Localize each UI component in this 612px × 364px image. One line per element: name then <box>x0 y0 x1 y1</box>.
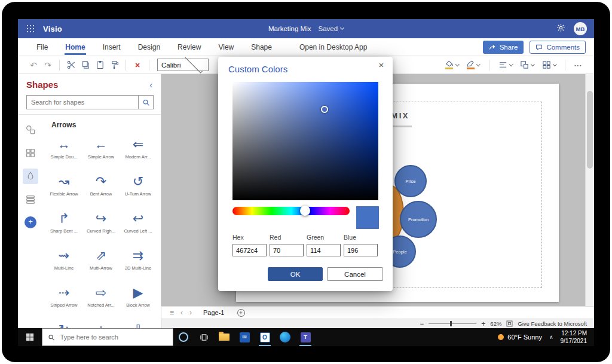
stencil-stack-icon[interactable] <box>23 192 38 207</box>
arrow-shape-icon: ← <box>94 135 108 154</box>
titlebar-right: MB <box>556 19 587 38</box>
app-launcher-icon[interactable] <box>18 19 43 38</box>
fill-color-button[interactable] <box>442 59 462 71</box>
zoom-in-icon[interactable]: + <box>481 320 485 328</box>
shape-item[interactable]: ↱Sharp Bent ... <box>45 207 82 244</box>
ribbon-overflow-button[interactable]: ⋯ <box>571 60 585 70</box>
hex-input[interactable] <box>232 244 267 256</box>
cancel-button[interactable]: Cancel <box>327 267 383 281</box>
shape-item[interactable]: ⇨Notched Arr... <box>82 281 120 318</box>
zoom-slider-thumb[interactable] <box>450 321 452 326</box>
shape-item[interactable]: ⇩ <box>120 318 157 328</box>
menu-tab-view[interactable]: View <box>218 38 234 56</box>
diagram-node-price[interactable]: Price <box>394 165 427 197</box>
format-painter-button[interactable] <box>107 58 121 72</box>
menu-tab-shape[interactable]: Shape <box>250 38 273 56</box>
green-input[interactable] <box>307 244 341 256</box>
weather-status[interactable]: 60°F Sunny <box>498 334 542 341</box>
add-stencil-button[interactable]: + <box>25 216 36 228</box>
outlook-icon[interactable]: O <box>255 328 275 346</box>
mail-app-icon[interactable]: ✉ <box>234 328 255 346</box>
saturation-value-field[interactable] <box>232 82 378 200</box>
document-title[interactable]: Marketing Mix <box>268 25 311 32</box>
shape-item[interactable]: ↪Curved Righ... <box>82 207 120 244</box>
chevron-down-icon <box>553 62 556 66</box>
hue-slider-handle[interactable] <box>300 206 310 216</box>
shape-item[interactable]: ⇉2D Multi-Line <box>120 244 157 281</box>
undo-button[interactable]: ↶ <box>26 58 41 72</box>
menu-tab-design[interactable]: Design <box>137 38 161 56</box>
align-button[interactable] <box>495 59 516 71</box>
red-input[interactable] <box>270 244 304 256</box>
task-view-icon[interactable] <box>194 328 214 346</box>
shape-item[interactable]: ⇝Multi-Line <box>45 244 82 281</box>
line-color-button[interactable] <box>463 59 483 71</box>
shape-item[interactable]: ↩Curved Left ... <box>120 207 157 244</box>
shape-item[interactable]: ⇗Multi-Arrow <box>82 244 120 281</box>
shape-item[interactable]: ⇐Modern Arr... <box>120 133 157 170</box>
start-button[interactable] <box>18 328 42 346</box>
copy-button[interactable] <box>78 58 93 72</box>
stencil-basic-shapes-icon[interactable] <box>23 122 38 137</box>
cortana-icon[interactable] <box>173 328 194 346</box>
shapes-search-input[interactable] <box>26 95 138 109</box>
shape-label: Sharp Bent ... <box>50 228 78 234</box>
teams-icon[interactable]: T <box>295 328 316 346</box>
search-button[interactable] <box>138 95 154 109</box>
taskbar-search-input[interactable] <box>59 333 167 341</box>
diagram-node-promotion[interactable]: Promotion <box>400 201 437 238</box>
shape-item[interactable]: ⇢Striped Arrow <box>45 281 82 318</box>
font-family-select[interactable]: Calibri <box>157 59 209 71</box>
hue-slider[interactable] <box>232 207 350 215</box>
blue-input[interactable] <box>344 244 378 256</box>
color-picker-handle[interactable] <box>321 106 328 113</box>
open-in-desktop-app[interactable]: Open in Desktop App <box>299 43 367 51</box>
fit-page-icon[interactable] <box>506 320 513 327</box>
vertical-scrollbar[interactable] <box>585 74 594 306</box>
collapse-panel-icon[interactable]: ‹ <box>149 80 152 90</box>
comment-bubble-icon <box>536 44 543 51</box>
shape-item[interactable]: ▶Block Arrow <box>120 281 157 318</box>
cut-button[interactable] <box>64 58 78 72</box>
page-tab[interactable]: Page-1 <box>203 309 224 316</box>
delete-button[interactable]: × <box>130 58 145 72</box>
menu-tab-review[interactable]: Review <box>177 38 201 56</box>
shape-item[interactable]: ←Simple Arrow <box>82 133 120 170</box>
saved-status[interactable]: Saved <box>318 25 344 32</box>
paste-button[interactable] <box>93 58 107 72</box>
tray-chevron-icon[interactable]: ∧ <box>549 334 553 340</box>
feedback-link[interactable]: Give Feedback to Microsoft <box>518 320 587 327</box>
pages-menu-icon[interactable]: ≡ <box>170 308 174 317</box>
stencil-arrows-icon[interactable] <box>23 169 38 184</box>
redo-button[interactable]: ↷ <box>41 58 55 72</box>
prev-page-icon[interactable]: ‹ <box>180 308 183 317</box>
avatar[interactable]: MB <box>574 22 587 35</box>
menu-tab-home[interactable]: Home <box>65 38 85 56</box>
shape-item[interactable]: ↷Bent Arrow <box>82 170 120 207</box>
ok-button[interactable]: OK <box>268 267 323 281</box>
shape-item[interactable]: ↝Flexible Arrow <box>45 170 82 207</box>
next-page-icon[interactable]: › <box>189 308 192 317</box>
menu-tab-file[interactable]: File <box>36 38 48 56</box>
stencil-grid-icon[interactable] <box>23 145 38 161</box>
clock[interactable]: 12:12 PM 9/17/2021 <box>561 329 587 345</box>
shape-item[interactable]: ↔Simple Dou... <box>45 133 82 170</box>
zoom-level[interactable]: 62% <box>490 320 501 327</box>
file-explorer-icon[interactable] <box>214 328 234 346</box>
add-page-icon[interactable]: + <box>237 309 245 317</box>
scrollbar-thumb[interactable] <box>587 91 593 169</box>
close-icon[interactable]: × <box>375 60 387 72</box>
taskbar-search[interactable] <box>42 328 173 346</box>
zoom-slider[interactable] <box>429 323 476 324</box>
settings-gear-icon[interactable] <box>556 23 565 35</box>
edge-icon[interactable] <box>275 328 295 346</box>
shape-item[interactable]: + <box>82 318 120 328</box>
arrange-button[interactable] <box>539 59 559 71</box>
share-button[interactable]: Share <box>483 41 524 54</box>
position-button[interactable] <box>517 59 537 71</box>
shape-item[interactable]: ↺U-Turn Arrow <box>120 170 157 207</box>
comments-button[interactable]: Comments <box>530 41 586 54</box>
shape-item[interactable]: ↻ <box>45 318 82 328</box>
zoom-out-icon[interactable]: − <box>420 320 424 328</box>
menu-tab-insert[interactable]: Insert <box>102 38 121 56</box>
